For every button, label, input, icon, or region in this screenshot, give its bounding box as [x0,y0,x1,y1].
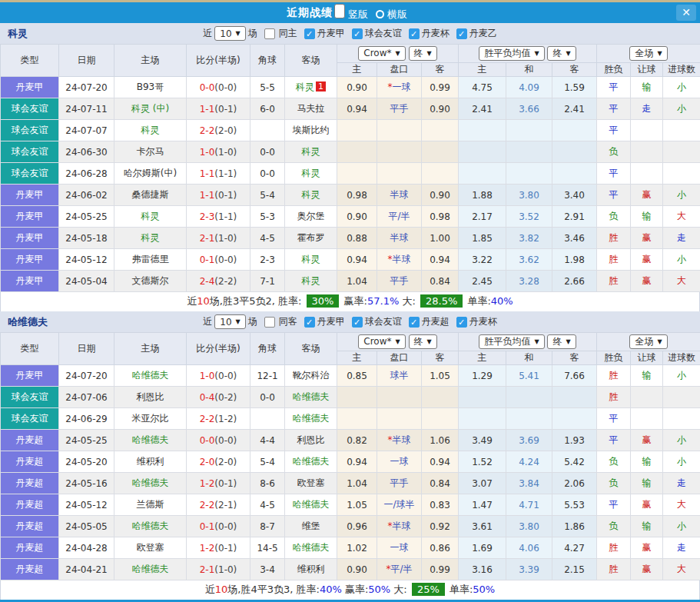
goals-result-cell: 大 [663,559,700,580]
handicap-line: 平手 [390,275,409,286]
league-type-cell: 球会友谊 [1,141,59,163]
wdl-average-select[interactable]: 胜平负均值▼ [479,334,544,349]
goals-result-cell: 大 [663,206,700,228]
league-checkbox[interactable]: ✓ [456,28,467,39]
column-header-3: 比分(半场) [187,333,250,365]
average-cell-0 [459,141,506,163]
away-team-cell: 科灵 [285,249,337,271]
layout-radio-horizontal[interactable] [376,10,384,18]
team-name-label: 科灵 [8,27,28,41]
score-cell: 1-1(0-1) [187,185,250,206]
home-team-cell: 利恩比 [114,387,187,408]
table-row: 球会友谊24-06-30卡尔马1-0(1-0)0-0科灵负 [1,141,700,163]
away-team-cell: 哈维德夫 [285,387,337,408]
goals-result-cell: 小 [663,98,700,120]
average-cell-0 [459,163,506,185]
odds-final-select[interactable]: 终▼ [409,46,437,61]
goals-result-cell [663,141,700,163]
score-cell: 0-0(0-0) [187,77,250,98]
away-team-cell: 科灵 [285,271,337,292]
home-team-cell: 哈维德夫 [114,559,187,580]
league-checkbox[interactable]: ✓ [409,28,420,39]
summary-segment: 10 [197,295,210,307]
fulltime-score: 2-2 [200,125,215,136]
league-checkbox-label: 丹麦甲 [317,315,345,328]
fulltime-select[interactable]: 全场▼ [629,334,667,349]
section-summary: 近10场,胜3平5负2, 胜率: 30% 赢率:57.1% 大: 28.5% 单… [0,292,700,311]
table-row: 球会友谊24-06-28哈尔姆斯(中)1-1(1-1)0-0科灵平 [1,163,700,185]
games-suffix-label: 场 [248,315,257,328]
wdl-result-cell: 负 [597,206,631,228]
fulltime-select[interactable]: 全场▼ [629,46,667,61]
average-cell-1 [506,141,552,163]
title-bar: 近期战绩 竖版横版 ✕ [0,2,700,23]
league-checkbox[interactable]: ✓ [352,28,363,39]
layout-radio-vertical[interactable] [334,4,345,18]
handicap-cell [377,141,422,163]
away-odds-cell: 0.86 [422,537,459,559]
wdl-result-cell: 负 [597,473,631,494]
league-checkbox[interactable]: ✓ [456,317,467,328]
date-cell: 24-05-04 [59,271,114,292]
away-odds-cell [422,387,459,408]
fulltime-score: 2-3 [200,211,215,222]
table-row: 丹麦超24-05-25哈维德夫0-0(0-0)4-4利恩比0.82*半球1.06… [1,430,700,451]
score-cell: 1-0(0-0) [187,365,250,387]
close-button[interactable]: ✕ [676,5,696,21]
score-cell: 0-1(0-0) [187,516,250,537]
near-label: 近 [203,315,212,328]
average-cell-0: 3.49 [459,430,506,451]
home-team-cell: 兰德斯 [114,494,187,516]
goals-result-cell [663,408,700,430]
handicap-result-cell: 赢 [631,537,663,559]
wdl-final-select[interactable]: 终▼ [547,46,576,61]
league-checkbox[interactable]: ✓ [304,28,315,39]
odds-company-select[interactable]: Crow*▼ [358,46,405,61]
away-odds-cell: 1.00 [422,228,459,249]
average-cell-2: 3.40 [552,185,597,206]
handicap-result-cell: 走 [631,98,663,120]
chevron-down-icon: ▼ [534,338,539,345]
wdl-average-select[interactable]: 胜平负均值▼ [479,46,544,61]
goals-result-cell: 小 [663,451,700,473]
home-team-cell: 卡尔马 [114,141,187,163]
handicap-result-cell: 输 [631,451,663,473]
home-team-cell: 维积利 [114,451,187,473]
chevron-down-icon: ▼ [427,50,432,57]
home-odds-cell: 1.02 [337,537,377,559]
average-cell-2: 5.42 [552,451,597,473]
odds-company-select-value: Crow* [363,48,391,58]
league-checkbox[interactable]: ✓ [304,317,315,328]
away-odds-cell: 0.92 [422,516,459,537]
odds-company-select[interactable]: Crow*▼ [358,334,405,349]
crow-header-group: Crow*▼ 终▼ [337,333,459,351]
average-cell-2 [552,408,597,430]
handicap-result-cell: 赢 [631,228,663,249]
league-checkbox[interactable]: ✓ [352,317,363,328]
home-team-cell: 哈维德夫 [114,516,187,537]
home-team-cell: 科灵 (中) [114,98,187,120]
date-cell: 24-05-25 [59,430,114,451]
date-cell: 24-07-11 [59,98,114,120]
handicap-cell: 球半 [377,365,422,387]
away-odds-cell [422,120,459,141]
handicap-line: 半球 [393,254,411,264]
summary-segment: 50% [473,584,495,595]
column-header-3: 比分(半场) [187,45,250,77]
home-odds-cell [337,163,377,185]
score-cell: 0-1(0-0) [187,249,250,271]
fulltime-score: 1-0 [200,147,215,158]
games-count-select[interactable]: 10▼ [214,314,245,329]
wdl-final-select[interactable]: 终▼ [547,334,576,349]
same-venue-checkbox[interactable] [264,28,275,39]
average-cell-1: 3.39 [506,559,552,580]
halftime-score: (0-0) [214,254,237,265]
summary-segment: 场,胜4平3负3, 胜率: [227,584,320,595]
league-checkbox[interactable]: ✓ [409,317,420,328]
summary-segment: 近 [205,584,215,595]
score-cell: 2-0(2-0) [187,451,250,473]
handicap-result-cell: 输 [631,206,663,228]
odds-final-select[interactable]: 终▼ [409,334,437,349]
same-venue-checkbox[interactable] [264,317,275,328]
games-count-select[interactable]: 10▼ [214,26,245,41]
